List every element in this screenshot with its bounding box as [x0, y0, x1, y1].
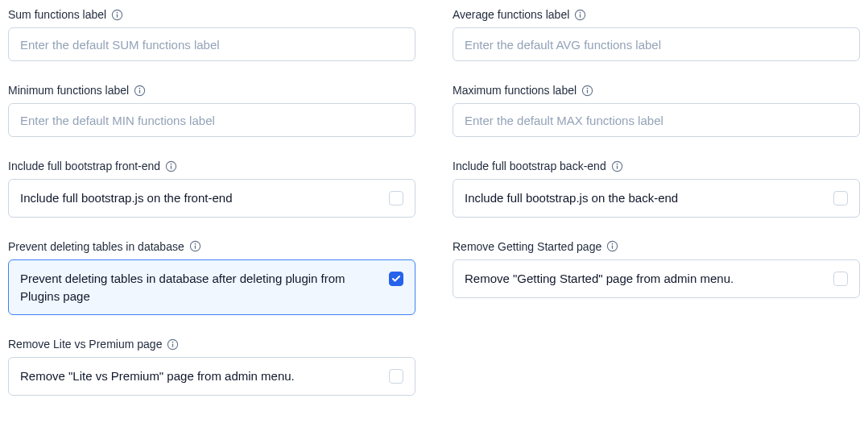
checkbox[interactable] [833, 191, 848, 205]
option-label: Remove "Getting Started" page from admin… [465, 270, 734, 288]
svg-point-25 [172, 342, 174, 343]
svg-point-22 [612, 243, 614, 245]
field-bootstrap-front: Include full bootstrap front-end Include… [8, 160, 415, 218]
option-label: Remove "Lite vs Premium" page from admin… [20, 367, 295, 385]
label-text: Minimum functions label [8, 84, 129, 97]
label-remove-lite-premium: Remove Lite vs Premium page [8, 338, 415, 351]
svg-point-19 [194, 243, 196, 245]
label-text: Include full bootstrap front-end [8, 160, 160, 172]
input-max[interactable] [453, 103, 860, 137]
checkbox[interactable] [389, 272, 403, 286]
option-label: Prevent deleting tables in database afte… [20, 270, 376, 305]
option-bootstrap-front[interactable]: Include full bootstrap.js on the front-e… [8, 179, 415, 218]
svg-point-16 [616, 163, 618, 164]
label-avg: Average functions label [453, 8, 860, 21]
option-prevent-delete[interactable]: Prevent deleting tables in database afte… [8, 259, 415, 316]
field-min: Minimum functions label [8, 84, 415, 137]
label-min: Minimum functions label [8, 84, 415, 97]
label-text: Maximum functions label [453, 84, 577, 97]
svg-point-4 [580, 11, 581, 13]
svg-rect-17 [617, 165, 618, 168]
input-min[interactable] [8, 103, 415, 137]
label-bootstrap-back: Include full bootstrap back-end [453, 160, 860, 172]
svg-rect-20 [195, 246, 196, 249]
option-remove-lite-premium[interactable]: Remove "Lite vs Premium" page from admin… [8, 357, 415, 396]
field-avg: Average functions label [453, 8, 860, 61]
svg-point-1 [117, 11, 118, 13]
input-sum[interactable] [8, 27, 415, 61]
checkbox[interactable] [833, 272, 848, 286]
label-sum: Sum functions label [8, 8, 415, 21]
svg-rect-11 [587, 89, 588, 93]
svg-point-7 [139, 87, 141, 89]
svg-rect-2 [117, 14, 118, 17]
label-text: Prevent deleting tables in database [8, 240, 184, 253]
info-icon[interactable] [167, 338, 179, 351]
info-icon[interactable] [611, 160, 623, 172]
option-label: Include full bootstrap.js on the back-en… [465, 189, 678, 207]
checkbox[interactable] [389, 191, 403, 205]
svg-rect-26 [172, 343, 173, 346]
info-icon[interactable] [606, 240, 618, 252]
label-bootstrap-front: Include full bootstrap front-end [8, 160, 415, 172]
svg-rect-23 [612, 246, 613, 249]
option-bootstrap-back[interactable]: Include full bootstrap.js on the back-en… [453, 179, 860, 218]
info-icon[interactable] [111, 9, 123, 21]
info-icon[interactable] [134, 85, 146, 97]
svg-rect-8 [139, 89, 140, 93]
label-prevent-delete: Prevent deleting tables in database [8, 240, 415, 253]
label-text: Remove Getting Started page [453, 240, 601, 253]
input-avg[interactable] [453, 27, 860, 61]
label-text: Sum functions label [8, 8, 106, 21]
option-remove-getting-started[interactable]: Remove "Getting Started" page from admin… [453, 259, 860, 298]
label-text: Remove Lite vs Premium page [8, 338, 162, 351]
label-remove-getting-started: Remove Getting Started page [453, 240, 860, 253]
svg-rect-14 [171, 165, 172, 168]
field-remove-getting-started: Remove Getting Started page Remove "Gett… [453, 240, 860, 316]
field-prevent-delete: Prevent deleting tables in database Prev… [8, 240, 415, 316]
field-max: Maximum functions label [453, 84, 860, 137]
field-remove-lite-premium: Remove Lite vs Premium page Remove "Lite… [8, 338, 415, 396]
svg-point-10 [587, 87, 589, 89]
info-icon[interactable] [165, 160, 177, 172]
svg-point-13 [171, 163, 172, 164]
label-text: Include full bootstrap back-end [453, 160, 606, 172]
field-sum: Sum functions label [8, 8, 415, 61]
option-label: Include full bootstrap.js on the front-e… [20, 189, 233, 207]
info-icon[interactable] [574, 9, 586, 21]
info-icon[interactable] [189, 240, 201, 252]
info-icon[interactable] [581, 85, 593, 97]
svg-rect-5 [580, 14, 581, 17]
label-text: Average functions label [453, 8, 569, 21]
field-bootstrap-back: Include full bootstrap back-end Include … [453, 160, 860, 218]
label-max: Maximum functions label [453, 84, 860, 97]
checkbox[interactable] [389, 369, 403, 384]
